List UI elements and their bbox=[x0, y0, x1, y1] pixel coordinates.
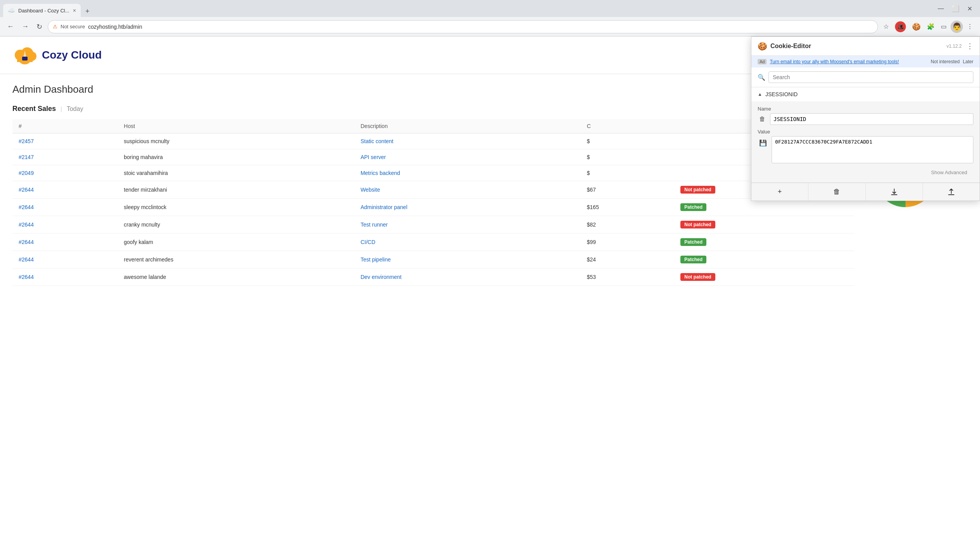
status-badge: Not patched bbox=[680, 221, 715, 228]
row-id-link[interactable]: #2644 bbox=[19, 256, 34, 263]
back-button[interactable]: ← bbox=[5, 21, 16, 32]
row-host: boring mahavira bbox=[118, 149, 354, 165]
tab-close-button[interactable]: × bbox=[73, 7, 76, 14]
row-description-link[interactable]: Website bbox=[361, 187, 380, 193]
split-view-button[interactable]: ▭ bbox=[938, 21, 949, 32]
extension-icon-1[interactable]: 🎩 bbox=[893, 20, 908, 34]
row-status: Not patched bbox=[674, 268, 854, 286]
cookie-editor-version: v1.12.2 bbox=[947, 43, 962, 49]
avatar: 👨 bbox=[951, 21, 963, 33]
row-id-link[interactable]: #2644 bbox=[19, 187, 34, 193]
window-close-button[interactable]: ✕ bbox=[964, 3, 975, 14]
row-host: sleepy mcclintock bbox=[118, 199, 354, 216]
minimize-button[interactable]: — bbox=[935, 3, 947, 14]
refresh-button[interactable]: ↻ bbox=[34, 21, 45, 33]
favicon: ☁️ bbox=[8, 7, 15, 14]
svg-rect-5 bbox=[22, 57, 28, 61]
menu-button[interactable]: ⋮ bbox=[964, 21, 975, 32]
row-host: suspicious mcnulty bbox=[118, 133, 354, 149]
cookie-search-input[interactable] bbox=[768, 71, 973, 83]
delete-cookie-button[interactable]: 🗑 bbox=[758, 114, 767, 124]
col-host: Host bbox=[118, 119, 354, 133]
cookie-editor-title: Cookie-Editor bbox=[770, 43, 811, 50]
row-description-link[interactable]: Metrics backend bbox=[361, 170, 400, 176]
row-description-link[interactable]: Static content bbox=[361, 138, 394, 144]
table-row: #2644 tender mirzakhani Website $67 Not … bbox=[12, 181, 854, 199]
cookie-extension-icon[interactable]: 🍪 bbox=[910, 21, 923, 33]
row-host: tender mirzakhani bbox=[118, 181, 354, 199]
cookie-editor-menu-button[interactable]: ⋮ bbox=[966, 42, 973, 50]
row-id-link[interactable]: #2644 bbox=[19, 239, 34, 245]
security-warning-icon: ⚠ bbox=[53, 24, 57, 29]
status-badge: Not patched bbox=[680, 186, 715, 194]
cookie-editor-ad-bar: Ad Turn email into your ally with Moosen… bbox=[751, 56, 980, 67]
row-description-link[interactable]: CI/CD bbox=[361, 239, 375, 245]
table-row: #2644 reverent archimedes Test pipeline … bbox=[12, 251, 854, 268]
cookie-section-header[interactable]: ▲ JSESSIONID bbox=[751, 87, 980, 101]
row-id-link[interactable]: #2147 bbox=[19, 154, 34, 160]
delete-all-cookies-button[interactable]: 🗑 bbox=[808, 183, 866, 201]
ad-text[interactable]: Turn email into your ally with Moosend's… bbox=[770, 59, 927, 64]
export-cookies-button[interactable] bbox=[923, 183, 980, 201]
browser-tab[interactable]: ☁️ Dashboard - Cozy Cl... × bbox=[3, 4, 81, 17]
row-cost: $99 bbox=[581, 234, 674, 251]
table-row: #2049 stoic varahamihira Metrics backend… bbox=[12, 165, 854, 181]
extensions-button[interactable]: 🧩 bbox=[924, 21, 937, 32]
row-description-link[interactable]: Administrator panel bbox=[361, 204, 408, 210]
chevron-up-icon: ▲ bbox=[758, 92, 762, 97]
forward-button[interactable]: → bbox=[19, 21, 31, 32]
maximize-button[interactable]: ⬜ bbox=[949, 3, 963, 14]
status-badge: Patched bbox=[680, 256, 706, 263]
row-id-link[interactable]: #2457 bbox=[19, 138, 34, 144]
row-cost: $53 bbox=[581, 268, 674, 286]
row-id-link[interactable]: #2644 bbox=[19, 222, 34, 228]
later-button[interactable]: Later bbox=[963, 59, 973, 64]
col-description: Description bbox=[354, 119, 581, 133]
row-description-link[interactable]: API server bbox=[361, 154, 386, 160]
row-cost: $82 bbox=[581, 216, 674, 234]
not-secure-label: Not secure bbox=[61, 24, 85, 29]
row-cost: $ bbox=[581, 149, 674, 165]
url-text: cozyhosting.htb/admin bbox=[88, 24, 142, 30]
row-id-link[interactable]: #2644 bbox=[19, 204, 34, 210]
site-name: Cozy Cloud bbox=[42, 49, 102, 61]
save-cookie-button[interactable]: 💾 bbox=[758, 138, 768, 148]
row-id-link[interactable]: #2644 bbox=[19, 274, 34, 280]
row-status: Patched bbox=[674, 251, 854, 268]
status-badge: Patched bbox=[680, 238, 706, 246]
table-row: #2644 sleepy mcclintock Administrator pa… bbox=[12, 199, 854, 216]
row-description-link[interactable]: Test runner bbox=[361, 222, 388, 228]
import-cookies-button[interactable] bbox=[866, 183, 923, 201]
cookie-name-section: JSESSIONID bbox=[765, 91, 798, 97]
row-host: stoic varahamihira bbox=[118, 165, 354, 181]
logo-icon bbox=[12, 43, 37, 67]
bookmark-button[interactable]: ☆ bbox=[881, 21, 891, 32]
sales-date: Today bbox=[67, 106, 83, 112]
row-cost: $67 bbox=[581, 181, 674, 199]
name-field-label: Name bbox=[758, 106, 973, 112]
address-bar[interactable]: ⚠ Not secure cozyhosting.htb/admin bbox=[48, 20, 878, 33]
table-row: #2644 awesome lalande Dev environment $5… bbox=[12, 268, 854, 286]
row-status: Patched bbox=[674, 234, 854, 251]
show-advanced-link[interactable]: Show Advanced bbox=[931, 170, 967, 175]
sales-table: # Host Description C #2457 suspicious mc… bbox=[12, 119, 854, 286]
not-interested-button[interactable]: Not interested bbox=[931, 59, 960, 64]
new-tab-button[interactable]: + bbox=[82, 6, 93, 17]
row-cost: $ bbox=[581, 133, 674, 149]
col-id: # bbox=[12, 119, 118, 133]
add-cookie-button[interactable]: + bbox=[751, 183, 808, 201]
row-description-link[interactable]: Dev environment bbox=[361, 274, 402, 280]
status-badge: Not patched bbox=[680, 273, 715, 281]
profile-button[interactable]: 👨 bbox=[951, 21, 963, 33]
row-cost: $165 bbox=[581, 199, 674, 216]
value-field-textarea[interactable] bbox=[772, 136, 973, 163]
tab-title: Dashboard - Cozy Cl... bbox=[18, 8, 70, 14]
search-icon: 🔍 bbox=[758, 74, 765, 81]
cookie-editor-popup: 🍪 Cookie-Editor v1.12.2 ⋮ Ad Turn email … bbox=[751, 36, 980, 201]
name-field-input[interactable] bbox=[770, 113, 973, 125]
status-badge: Patched bbox=[680, 203, 706, 211]
row-status: Patched bbox=[674, 199, 854, 216]
row-id-link[interactable]: #2049 bbox=[19, 170, 34, 176]
value-field-label: Value bbox=[758, 129, 973, 135]
row-description-link[interactable]: Test pipeline bbox=[361, 256, 391, 263]
